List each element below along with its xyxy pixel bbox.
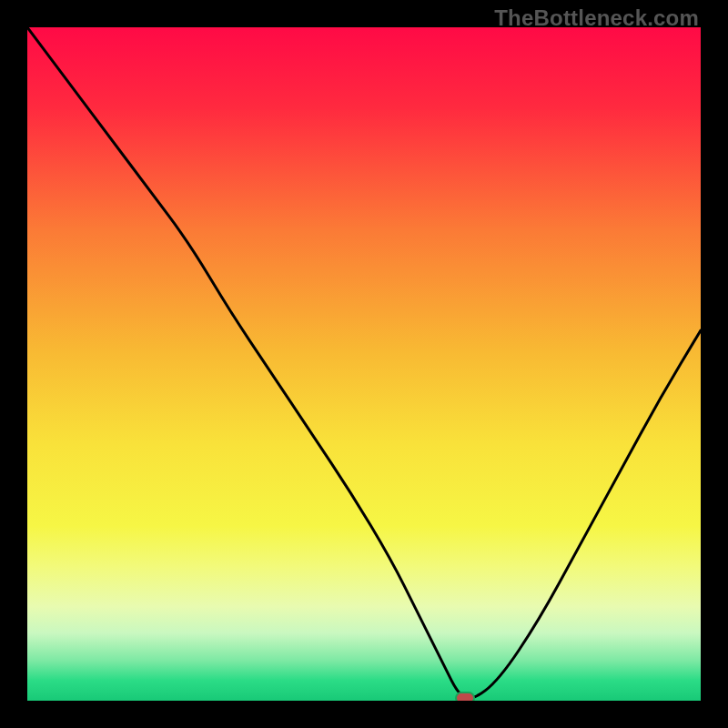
plot-area	[27, 27, 701, 701]
optimal-point-marker	[455, 692, 475, 701]
bottleneck-curve	[27, 27, 701, 701]
chart-outer-frame: TheBottleneck.com	[0, 0, 728, 728]
